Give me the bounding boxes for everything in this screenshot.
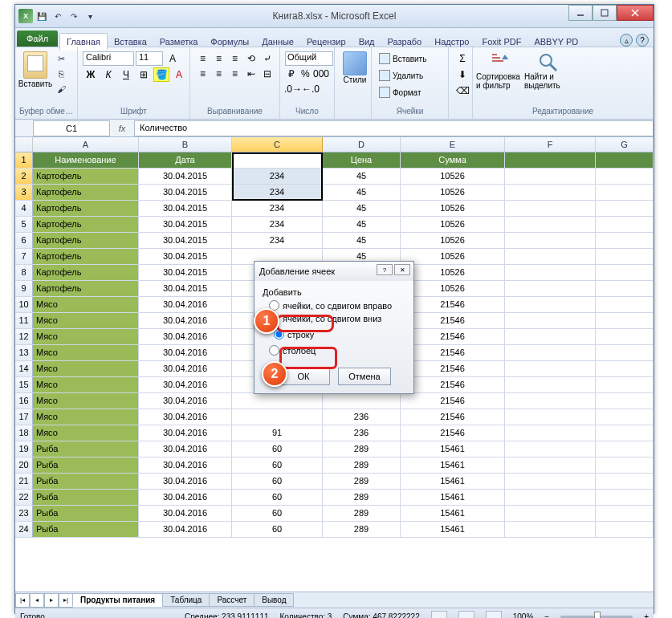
bold-button[interactable]: Ж xyxy=(83,67,99,82)
cell[interactable] xyxy=(232,393,323,409)
row-header[interactable]: 22 xyxy=(15,490,33,505)
cell[interactable]: 21546 xyxy=(401,377,505,392)
cell[interactable]: 15461 xyxy=(401,457,505,473)
qa-undo-icon[interactable]: ↶ xyxy=(51,9,65,23)
cell[interactable]: 21546 xyxy=(401,297,505,312)
cell[interactable]: 21546 xyxy=(401,313,505,328)
minimize-button[interactable] xyxy=(568,5,593,21)
paste-button[interactable]: Вставить xyxy=(18,49,52,88)
cell[interactable] xyxy=(505,217,596,232)
dec-decimal-icon[interactable]: ←.0 xyxy=(303,82,319,96)
cell[interactable]: 45 xyxy=(323,201,401,216)
cell[interactable] xyxy=(505,313,596,328)
cell[interactable] xyxy=(596,152,654,168)
sheet-nav-last[interactable]: ▸| xyxy=(59,593,73,608)
zoom-slider[interactable] xyxy=(560,616,633,619)
cell[interactable]: 234 xyxy=(232,185,323,200)
percent-icon[interactable]: % xyxy=(299,67,312,81)
view-layout-icon[interactable] xyxy=(458,611,474,619)
cell[interactable]: 30.04.2015 xyxy=(139,281,232,296)
qa-redo-icon[interactable]: ↷ xyxy=(67,9,81,23)
cell[interactable]: Картофель xyxy=(33,169,139,184)
cell[interactable]: 10526 xyxy=(401,185,505,200)
align-middle-icon[interactable]: ≡ xyxy=(211,51,226,66)
cell[interactable]: 234 xyxy=(232,233,323,248)
row-header[interactable]: 4 xyxy=(15,201,33,216)
col-header-A[interactable]: A xyxy=(33,137,139,152)
cancel-button[interactable]: Отмена xyxy=(338,368,391,385)
close-button[interactable] xyxy=(617,5,654,21)
cell[interactable]: Количество xyxy=(232,152,323,168)
cell[interactable]: Мясо xyxy=(33,361,139,376)
sheet-tab[interactable]: Продукты питания xyxy=(72,593,163,607)
cell[interactable] xyxy=(596,233,654,248)
cell[interactable]: Мясо xyxy=(33,345,139,360)
row-header[interactable]: 1 xyxy=(15,152,33,168)
cell[interactable]: 30.04.2016 xyxy=(139,474,232,489)
sheet-nav-first[interactable]: |◂ xyxy=(15,593,30,608)
cell[interactable]: 289 xyxy=(323,490,401,505)
align-right-icon[interactable]: ≡ xyxy=(227,67,242,81)
cell[interactable]: 30.04.2016 xyxy=(139,393,232,409)
cell[interactable]: 15461 xyxy=(401,474,505,489)
formula-input[interactable]: Количество xyxy=(134,120,654,136)
italic-button[interactable]: К xyxy=(100,67,116,82)
cell[interactable] xyxy=(505,409,596,425)
row-header[interactable]: 17 xyxy=(15,409,33,425)
row-header[interactable]: 2 xyxy=(15,169,33,184)
cell[interactable] xyxy=(596,361,654,376)
cell[interactable] xyxy=(505,522,596,537)
cell[interactable] xyxy=(596,522,654,537)
format-painter-icon[interactable]: 🖌 xyxy=(54,82,68,96)
cell[interactable] xyxy=(505,490,596,505)
cell[interactable]: 289 xyxy=(323,522,401,537)
cell[interactable]: Рыба xyxy=(33,441,139,457)
fx-icon[interactable]: fx xyxy=(115,121,129,136)
radio-option-3[interactable]: столбец xyxy=(269,345,405,356)
row-header[interactable]: 7 xyxy=(15,249,33,264)
cell[interactable]: 15461 xyxy=(401,490,505,505)
cell[interactable]: 30.04.2016 xyxy=(139,409,232,425)
cell[interactable]: 30.04.2016 xyxy=(139,329,232,344)
qa-save-icon[interactable]: 💾 xyxy=(35,9,49,23)
dialog-close-icon[interactable]: ✕ xyxy=(394,264,410,275)
cell[interactable]: Мясо xyxy=(33,329,139,344)
cell[interactable]: 234 xyxy=(232,201,323,216)
cell[interactable]: 30.04.2016 xyxy=(139,345,232,360)
cell[interactable] xyxy=(596,265,654,280)
name-box[interactable] xyxy=(33,120,110,136)
cell[interactable]: 10526 xyxy=(401,233,505,248)
row-header[interactable]: 24 xyxy=(15,522,33,537)
cell[interactable]: 10526 xyxy=(401,217,505,232)
file-tab[interactable]: Файл xyxy=(17,30,58,47)
cell[interactable]: 21546 xyxy=(401,425,505,441)
cell[interactable]: 234 xyxy=(232,169,323,184)
row-header[interactable]: 9 xyxy=(15,281,33,296)
cell[interactable] xyxy=(323,393,401,409)
cell[interactable]: 45 xyxy=(323,217,401,232)
cell[interactable]: Мясо xyxy=(33,377,139,392)
row-header[interactable]: 12 xyxy=(15,329,33,344)
sheet-tab[interactable]: Вывод xyxy=(254,593,294,607)
indent-dec-icon[interactable]: ⇤ xyxy=(243,67,259,81)
cell[interactable] xyxy=(596,377,654,392)
maximize-button[interactable] xyxy=(593,5,617,21)
cell[interactable]: 10526 xyxy=(401,281,505,296)
cell[interactable]: 30.04.2016 xyxy=(139,490,232,505)
cell[interactable] xyxy=(596,217,654,232)
row-header[interactable]: 8 xyxy=(15,265,33,280)
cell[interactable]: Картофель xyxy=(33,281,139,296)
sheet-nav-next[interactable]: ▸ xyxy=(44,593,59,608)
cell[interactable]: Мясо xyxy=(33,425,139,441)
merge-icon[interactable]: ⊟ xyxy=(259,67,275,81)
row-header[interactable]: 23 xyxy=(15,506,33,521)
cell[interactable]: 60 xyxy=(232,457,323,473)
cell[interactable]: 30.04.2015 xyxy=(139,233,232,248)
row-header[interactable]: 5 xyxy=(15,217,33,232)
cut-icon[interactable]: ✂ xyxy=(54,51,68,66)
cell[interactable] xyxy=(505,329,596,344)
cell[interactable]: 289 xyxy=(323,506,401,521)
row-header[interactable]: 20 xyxy=(15,457,33,473)
cell[interactable] xyxy=(505,474,596,489)
align-bottom-icon[interactable]: ≡ xyxy=(227,51,242,66)
